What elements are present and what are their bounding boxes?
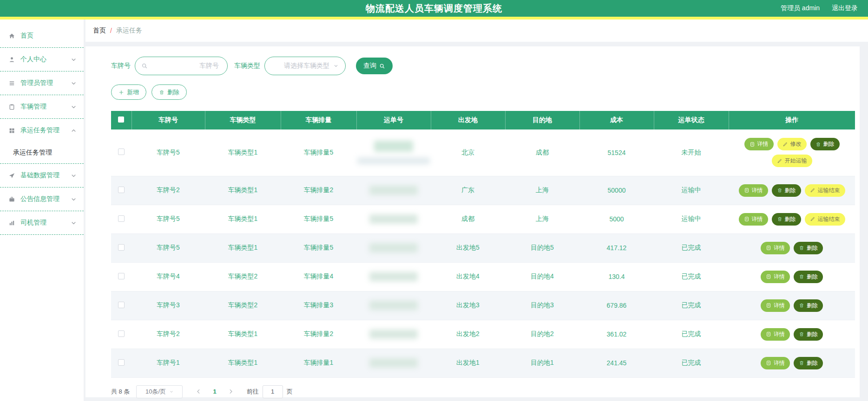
edit-icon bbox=[810, 216, 815, 222]
row-checkbox[interactable] bbox=[118, 149, 125, 155]
chevron-down-icon bbox=[70, 220, 77, 226]
sidebar-subitem[interactable]: 承运任务管理 bbox=[0, 142, 84, 163]
sidebar-item[interactable]: 管理员管理 bbox=[0, 71, 84, 95]
row-checkbox[interactable] bbox=[118, 302, 125, 308]
detail-button[interactable]: 详情 bbox=[761, 328, 790, 341]
breadcrumb-home[interactable]: 首页 bbox=[93, 26, 106, 35]
detail-button[interactable]: 详情 bbox=[761, 242, 790, 254]
trash-icon bbox=[799, 245, 804, 251]
document-icon bbox=[766, 303, 771, 308]
detail-button[interactable]: 详情 bbox=[761, 299, 790, 312]
grid-icon bbox=[8, 127, 15, 134]
detail-button[interactable]: 详情 bbox=[739, 213, 768, 226]
table-toolbar: 新增 删除 bbox=[111, 84, 853, 100]
plate-search-input[interactable]: 车牌号 bbox=[135, 57, 228, 75]
document-icon bbox=[766, 331, 771, 337]
edit-icon bbox=[783, 142, 788, 147]
query-button[interactable]: 查询 bbox=[356, 58, 393, 74]
sidebar-item-label: 司机管理 bbox=[20, 219, 65, 227]
delete-button[interactable]: 删除 bbox=[794, 271, 823, 283]
modify-button[interactable]: 修改 bbox=[777, 138, 807, 150]
current-user: 管理员 admin bbox=[781, 4, 820, 13]
row-checkbox[interactable] bbox=[118, 244, 125, 251]
trash-icon bbox=[799, 274, 804, 279]
column-header: 目的地 bbox=[505, 111, 579, 129]
vehicle-type-select[interactable]: 请选择车辆类型 bbox=[264, 57, 346, 75]
next-page-button[interactable] bbox=[222, 388, 239, 395]
query-button-label: 查询 bbox=[363, 62, 376, 70]
delete-button[interactable]: 删除 bbox=[794, 242, 823, 254]
cell-waybill bbox=[356, 205, 431, 233]
cell-checkbox bbox=[111, 129, 132, 176]
row-checkbox[interactable] bbox=[118, 330, 125, 337]
sidebar-item[interactable]: 个人中心 bbox=[0, 48, 84, 71]
delete-button[interactable]: 删除 bbox=[810, 138, 840, 150]
page-size-select[interactable]: 10条/页 bbox=[136, 385, 183, 398]
cell-destination: 目的地3 bbox=[505, 291, 579, 320]
detail-button[interactable]: 详情 bbox=[744, 138, 774, 150]
table-header-row: 车牌号车辆类型车辆排量运单号出发地目的地成本运单状态操作 bbox=[111, 111, 855, 129]
vehicle-type-placeholder: 请选择车辆类型 bbox=[284, 62, 329, 70]
page-suffix: 页 bbox=[287, 388, 293, 396]
sidebar-item[interactable]: 基础数据管理 bbox=[0, 164, 84, 187]
delete-selected-button[interactable]: 删除 bbox=[151, 84, 187, 100]
current-page-number[interactable]: 1 bbox=[207, 388, 222, 395]
cell-operations: 详情 删除 bbox=[729, 291, 855, 320]
cell-waybill bbox=[356, 176, 431, 205]
sidebar-item[interactable]: 司机管理 bbox=[0, 211, 84, 234]
cell-cost: 241.45 bbox=[579, 349, 654, 377]
document-icon bbox=[766, 274, 771, 279]
sidebar-item[interactable]: 首页 bbox=[0, 24, 84, 47]
document-icon bbox=[750, 142, 755, 147]
detail-button[interactable]: 详情 bbox=[739, 184, 768, 197]
cell-cost: 51524 bbox=[579, 129, 654, 176]
sidebar-item-label: 管理员管理 bbox=[20, 79, 65, 87]
waybill-blurred bbox=[357, 157, 430, 164]
row-checkbox[interactable] bbox=[118, 273, 125, 279]
delete-button[interactable]: 删除 bbox=[794, 299, 823, 312]
logout-link[interactable]: 退出登录 bbox=[832, 4, 858, 13]
cell-displacement: 车辆排量3 bbox=[281, 291, 356, 320]
chart-icon bbox=[8, 220, 15, 226]
select-all-checkbox[interactable] bbox=[118, 116, 124, 123]
vehicle-type-label: 车辆类型 bbox=[234, 62, 260, 70]
row-checkbox[interactable] bbox=[118, 187, 125, 193]
cell-destination: 目的地4 bbox=[505, 262, 579, 291]
delete-button[interactable]: 删除 bbox=[772, 213, 801, 226]
cell-checkbox bbox=[111, 262, 132, 291]
waybill-blurred bbox=[369, 301, 418, 310]
detail-button[interactable]: 详情 bbox=[761, 357, 790, 369]
column-header: 运单状态 bbox=[654, 111, 729, 129]
sidebar-group: 首页 bbox=[0, 24, 84, 48]
cell-vehicle-type: 车辆类型1 bbox=[205, 176, 281, 205]
delete-button[interactable]: 删除 bbox=[794, 328, 823, 341]
delete-button[interactable]: 删除 bbox=[772, 184, 801, 197]
delete-button[interactable]: 删除 bbox=[794, 357, 823, 369]
row-checkbox[interactable] bbox=[118, 215, 125, 222]
goto-page-input[interactable]: 1 bbox=[263, 385, 283, 398]
cell-cost: 361.02 bbox=[579, 320, 654, 349]
sidebar-item[interactable]: 公告信息管理 bbox=[0, 188, 84, 211]
start-transport-button[interactable]: 开始运输 bbox=[772, 155, 812, 167]
delete-button-label: 删除 bbox=[167, 88, 179, 97]
sidebar-item[interactable]: 承运任务管理 bbox=[0, 119, 84, 142]
sidebar-item-label: 公告信息管理 bbox=[20, 195, 65, 203]
cell-cost: 417.12 bbox=[579, 233, 654, 262]
detail-button[interactable]: 详情 bbox=[761, 271, 790, 283]
chevron-down-icon bbox=[70, 172, 77, 179]
sidebar-item-label: 基础数据管理 bbox=[20, 171, 65, 180]
finish-transport-button[interactable]: 运输结束 bbox=[805, 184, 845, 197]
cell-operations: 详情 删除 bbox=[729, 320, 855, 349]
sidebar-item[interactable]: 车辆管理 bbox=[0, 95, 84, 118]
chevron-down-icon bbox=[70, 80, 77, 87]
cell-origin: 广东 bbox=[431, 176, 505, 205]
list-icon bbox=[8, 80, 15, 87]
prev-page-button[interactable] bbox=[190, 388, 207, 395]
row-checkbox[interactable] bbox=[118, 359, 125, 366]
breadcrumb-current: 承运任务 bbox=[116, 26, 142, 35]
finish-transport-button[interactable]: 运输结束 bbox=[805, 213, 845, 226]
add-button[interactable]: 新增 bbox=[111, 84, 146, 100]
sidebar-group: 车辆管理 bbox=[0, 95, 84, 119]
cell-plate: 车牌号2 bbox=[132, 320, 205, 349]
column-header: 出发地 bbox=[431, 111, 505, 129]
